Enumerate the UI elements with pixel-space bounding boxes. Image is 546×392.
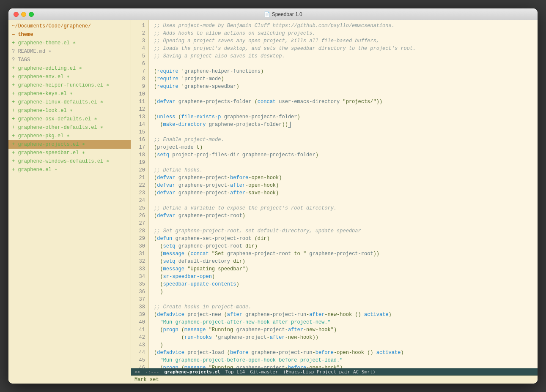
bottom-bar: Mark set (131, 376, 538, 384)
line-number: 39 (131, 311, 148, 318)
line-number: 46 (131, 364, 148, 368)
line-number: 36 (131, 288, 148, 296)
line-number: 40 (131, 318, 148, 326)
line-number: 41 (131, 326, 148, 334)
code-line: "Run graphene-project-after-new-hook aft… (154, 318, 532, 326)
code-line: (defadvice project-load (before graphene… (154, 349, 532, 357)
sidebar-item[interactable]: + graphene.el ∗ (8, 166, 131, 174)
sidebar-item[interactable]: + graphene-theme.el ∗ (8, 39, 131, 47)
line-number: 6 (131, 60, 148, 68)
line-number: 11 (131, 98, 148, 106)
code-line: (setq project-proj-files-dir graphene-pr… (154, 151, 532, 159)
main-window: 📄 Speedbar 1.0 ~/Documents/Code/graphene… (8, 8, 538, 384)
line-number: 43 (131, 341, 148, 349)
sidebar-item[interactable]: + graphene-env.el ∗ (8, 73, 131, 81)
line-number: 3 (131, 37, 148, 45)
code-line: (defadvice project-new (after graphene-p… (154, 311, 532, 318)
sidebar-item[interactable]: + graphene-helper-functions.el ∗ (8, 81, 131, 90)
code-line: (require 'graphene-helper-functions) (154, 68, 532, 75)
code-line: ) (154, 288, 532, 296)
line-number: 32 (131, 258, 148, 265)
status-modes: (Emacs-Lisp Project pair AC Smrt) (283, 369, 376, 375)
code-line: (setq graphene-project-root dir) (154, 242, 532, 250)
code-line (154, 106, 532, 113)
line-number: 25 (131, 204, 148, 212)
status-filename: graphene-projects.el (164, 369, 220, 375)
line-number: 35 (131, 280, 148, 288)
sidebar-item[interactable]: + graphene-linux-defaults.el ∗ (8, 98, 131, 106)
code-line: (sr-speedbar-open) (154, 273, 532, 280)
code-line: (defvar graphene-project-after-open-hook… (154, 182, 532, 189)
line-number: 45 (131, 357, 148, 364)
code-line: ;; loads the project's desktop, and sets… (154, 45, 532, 52)
close-button[interactable] (14, 12, 19, 17)
sidebar-item[interactable]: + graphene-editing.el ∗ (8, 64, 131, 73)
line-number: 27 (131, 220, 148, 227)
line-number: 29 (131, 235, 148, 242)
line-number: 2 (131, 30, 148, 37)
line-number: 9 (131, 83, 148, 90)
status-bar: << -:--- graphene-projects.el Top L14 Gi… (131, 368, 538, 376)
code-line: ;; Define a variable to expose the proje… (154, 204, 532, 212)
editor-area: 1234567891011121314151617181920212223242… (131, 20, 538, 384)
line-number: 28 (131, 227, 148, 235)
titlebar: 📄 Speedbar 1.0 (8, 8, 538, 20)
sidebar-item[interactable]: + graphene-pkg.el ∗ (8, 132, 131, 140)
line-number: 30 (131, 242, 148, 250)
mark-set-text: Mark set (134, 377, 159, 383)
sidebar-item[interactable]: + graphene-keys.el ∗ (8, 90, 131, 98)
line-number: 34 (131, 273, 148, 280)
line-number: 10 (131, 90, 148, 98)
status-position: Top L14 (225, 369, 245, 375)
code-line: (defvar graphene-project-before-open-hoo… (154, 174, 532, 182)
code-line: (require 'graphene-speedbar) (154, 83, 532, 90)
status-branch: Git-master (250, 369, 278, 375)
code-line: ;; Adds hooks to allow actions on switch… (154, 30, 532, 37)
line-number: 17 (131, 144, 148, 151)
code-line (154, 220, 532, 227)
code-line: "Run graphene-project-before-open-hook b… (154, 357, 532, 364)
code-line: ;; Saving a project also saves its deskt… (154, 52, 532, 60)
line-number: 14 (131, 121, 148, 128)
sidebar[interactable]: ~/Documents/Code/graphene/− theme + grap… (8, 20, 131, 384)
code-content[interactable]: ;; Uses project-mode by Benjamin Cluff h… (149, 20, 538, 368)
code-line: (message (concat "Set graphene-project-r… (154, 250, 532, 258)
line-number: 15 (131, 128, 148, 136)
code-line: (setq default-directory dir) (154, 258, 532, 265)
sidebar-item[interactable]: + graphene-speedbar.el ∗ (8, 149, 131, 157)
line-number: 31 (131, 250, 148, 258)
code-line (154, 296, 532, 303)
line-number: 38 (131, 303, 148, 311)
minimize-button[interactable] (21, 12, 26, 17)
line-number: 13 (131, 113, 148, 121)
sidebar-item[interactable]: ? README.md ∗ (8, 47, 131, 56)
sidebar-item[interactable]: + graphene-osx-defaults.el ∗ (8, 115, 131, 123)
code-line: ;; Enable project-mode. (154, 136, 532, 144)
sidebar-item[interactable]: ? TAGS (8, 56, 131, 64)
code-line (154, 60, 532, 68)
code-line: (defvar graphene-project-after-save-hook… (154, 189, 532, 197)
sidebar-item[interactable]: − theme (8, 30, 131, 39)
code-line: ;; Uses project-mode by Benjamin Cluff h… (154, 22, 532, 30)
sidebar-item[interactable]: + graphene-projects.el ∗ (8, 140, 131, 149)
line-number: 7 (131, 68, 148, 75)
code-view[interactable]: 1234567891011121314151617181920212223242… (131, 20, 538, 368)
line-number: 12 (131, 106, 148, 113)
code-line (154, 128, 532, 136)
code-line: ;; Create hooks in project-mode. (154, 303, 532, 311)
code-line (154, 90, 532, 98)
maximize-button[interactable] (29, 12, 34, 17)
code-line: (project-mode t) (154, 144, 532, 151)
sidebar-item[interactable]: ~/Documents/Code/graphene/ (8, 22, 131, 30)
line-number: 22 (131, 182, 148, 189)
line-number: 26 (131, 212, 148, 220)
line-number: 42 (131, 334, 148, 341)
sidebar-item[interactable]: + graphene-other-defaults.el ∗ (8, 123, 131, 132)
code-line: (run-hooks 'graphene-project-after-new-h… (154, 334, 532, 341)
sidebar-item[interactable]: + graphene-look.el ∗ (8, 106, 131, 115)
line-number: 4 (131, 45, 148, 52)
code-line: (progn (message "Running graphene-projec… (154, 364, 532, 368)
code-line: ;; Opening a project saves any open proj… (154, 37, 532, 45)
line-number: 44 (131, 349, 148, 357)
sidebar-item[interactable]: + graphene-windows-defaults.el ∗ (8, 157, 131, 166)
